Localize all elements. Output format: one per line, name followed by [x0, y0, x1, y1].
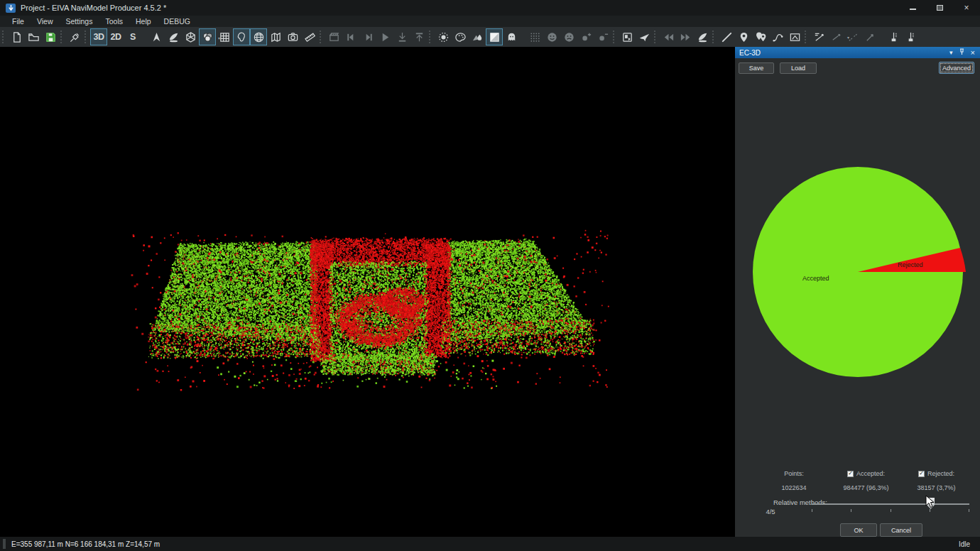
- measure-ruler-icon[interactable]: [301, 28, 318, 45]
- north-arrow-icon[interactable]: [148, 28, 165, 45]
- transparency-slider-icon[interactable]: [902, 28, 919, 45]
- rejected-value: 38157 (3,7%): [903, 484, 970, 491]
- record-film-icon[interactable]: [325, 28, 342, 45]
- accepted-value: 984477 (96,3%): [832, 484, 900, 491]
- view-s-button[interactable]: S: [124, 28, 141, 45]
- seek-back-icon[interactable]: [660, 28, 677, 45]
- shading-icon[interactable]: [486, 28, 503, 45]
- point-grid-icon[interactable]: [526, 28, 543, 45]
- add-point-icon[interactable]: [577, 28, 594, 45]
- runline-add-icon[interactable]: ▾: [827, 28, 844, 45]
- profile-box-icon[interactable]: [786, 28, 803, 45]
- menu-tools[interactable]: Tools: [99, 16, 129, 27]
- relative-methods-slider[interactable]: [810, 496, 971, 515]
- draw-line-icon[interactable]: [718, 28, 735, 45]
- slider-thumb[interactable]: [927, 498, 935, 509]
- ok-button[interactable]: OK: [840, 523, 877, 537]
- play-icon[interactable]: [376, 28, 393, 45]
- maximize-icon: [937, 5, 943, 11]
- toolbar-separator: [654, 31, 658, 43]
- reject-points-icon[interactable]: [560, 28, 577, 45]
- ghost-mode-icon[interactable]: [503, 28, 520, 45]
- menu-file[interactable]: File: [6, 16, 31, 27]
- minimize-button[interactable]: [899, 0, 926, 16]
- step-back-icon[interactable]: [342, 28, 359, 45]
- main-area: EC-3D ▾ × Save Load Advanced Accepted Re…: [0, 47, 980, 537]
- seek-forward-icon[interactable]: [677, 28, 694, 45]
- accepted-label: ✓ Accepted:: [832, 470, 900, 477]
- menu-settings[interactable]: Settings: [60, 16, 99, 27]
- runline-angle-icon[interactable]: [844, 28, 861, 45]
- draw-curve-icon[interactable]: [769, 28, 786, 45]
- blend-spheres-icon[interactable]: ▾: [199, 28, 216, 45]
- coastline-layer-icon[interactable]: [233, 28, 250, 45]
- toolbar: 3D2DS▾▾: [0, 27, 980, 47]
- slider-tick: [891, 509, 891, 512]
- brightness-icon[interactable]: [435, 28, 452, 45]
- connect-plug-icon[interactable]: [66, 28, 83, 45]
- window-controls: ×: [899, 0, 980, 16]
- map-layer-icon[interactable]: [267, 28, 284, 45]
- status-state: Idle: [959, 540, 980, 548]
- rejected-label: ✓ Rejected:: [903, 470, 970, 477]
- toolbar-separator: [2, 31, 6, 43]
- step-forward-icon[interactable]: [359, 28, 376, 45]
- cancel-button[interactable]: Cancel: [880, 523, 922, 537]
- stats-values-row: 1022634 984477 (96,3%) 38157 (3,7%): [735, 484, 980, 491]
- slider-tick: [812, 509, 812, 512]
- close-icon: ×: [964, 3, 969, 13]
- pointcloud-canvas[interactable]: [0, 47, 735, 537]
- remove-point-icon[interactable]: [594, 28, 611, 45]
- pie-accepted-label: Accepted: [802, 275, 829, 282]
- close-button[interactable]: ×: [953, 0, 980, 16]
- flight-mode-icon[interactable]: [636, 28, 653, 45]
- slider-tick: [930, 509, 930, 512]
- toolbar-separator: [60, 31, 64, 43]
- import-data-icon[interactable]: [393, 28, 410, 45]
- toolbar-separator: [429, 31, 432, 43]
- seabed-view-icon[interactable]: [165, 28, 182, 45]
- statusbar-grip: [3, 539, 6, 549]
- grid-view-icon[interactable]: [216, 28, 233, 45]
- view-2d-button[interactable]: 2D: [107, 28, 124, 45]
- viewport-3d[interactable]: [0, 47, 735, 537]
- runline-edit-icon[interactable]: [810, 28, 827, 45]
- menu-help[interactable]: Help: [129, 16, 158, 27]
- minimize-icon: [910, 6, 916, 10]
- new-file-icon[interactable]: [8, 28, 25, 45]
- save-icon[interactable]: [42, 28, 59, 45]
- toolbar-separator: [85, 31, 88, 43]
- stats-labels-row: Points: ✓ Accepted: ✓ Rejected:: [735, 470, 980, 477]
- video-export-icon[interactable]: [619, 28, 636, 45]
- export-data-icon[interactable]: [410, 28, 428, 45]
- wireframe-cube-icon[interactable]: [182, 28, 199, 45]
- runline-arrow-icon[interactable]: [861, 28, 878, 45]
- points-label: Points:: [758, 470, 829, 477]
- exaggeration-slider-icon[interactable]: [885, 28, 902, 45]
- accepted-checkbox[interactable]: ✓: [847, 471, 854, 477]
- slider-tick: [851, 509, 851, 512]
- titlebar: Project - EIVA NaviModel Producer 4.5.2 …: [0, 0, 980, 16]
- pie-rejected-label: Rejected: [898, 261, 923, 268]
- open-folder-icon[interactable]: [25, 28, 42, 45]
- hydrography-icon[interactable]: [469, 28, 486, 45]
- seabed-tool-icon[interactable]: [694, 28, 711, 45]
- menubar: FileViewSettingsToolsHelpDEBUG: [0, 16, 980, 27]
- rejected-checkbox[interactable]: ✓: [918, 471, 925, 477]
- statusbar: E=355 987,11 m N=6 166 184,31 m Z=14,57 …: [0, 537, 980, 551]
- menu-view[interactable]: View: [31, 16, 60, 27]
- toolbar-separator: [805, 31, 808, 43]
- view-3d-button[interactable]: 3D: [90, 28, 107, 45]
- accept-points-icon[interactable]: [543, 28, 560, 45]
- toolbar-separator: [320, 31, 323, 43]
- points-value: 1022634: [758, 484, 829, 491]
- add-pin-icon[interactable]: [735, 28, 752, 45]
- toolbar-separator: [712, 31, 716, 43]
- add-pins-icon[interactable]: [752, 28, 769, 45]
- maximize-button[interactable]: [926, 0, 953, 16]
- slider-track[interactable]: [812, 503, 969, 505]
- globe-layer-icon[interactable]: [250, 28, 267, 45]
- menu-debug[interactable]: DEBUG: [158, 16, 197, 27]
- screenshot-camera-icon[interactable]: [284, 28, 301, 45]
- palette-icon[interactable]: [452, 28, 469, 45]
